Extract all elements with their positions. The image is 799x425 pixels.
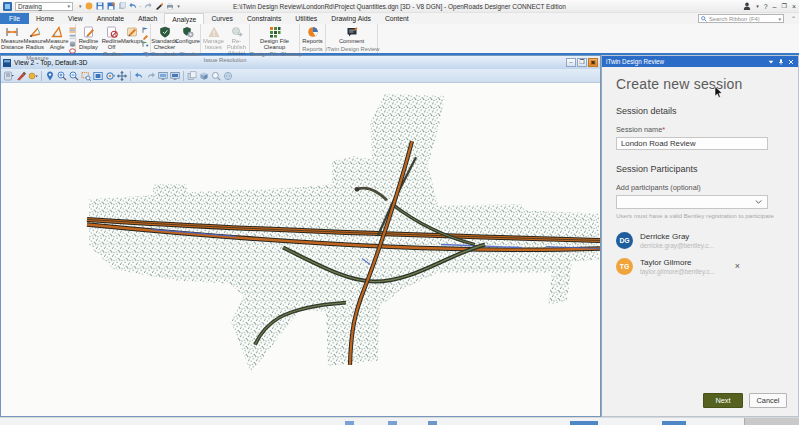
- view-setup-icon[interactable]: [28, 71, 38, 81]
- zoom-out-icon[interactable]: [69, 71, 79, 81]
- print-icon[interactable]: [166, 2, 174, 10]
- view-restore-button[interactable]: ❐: [577, 58, 587, 67]
- remove-participant-icon[interactable]: ×: [735, 262, 740, 271]
- panel-close-icon[interactable]: [788, 59, 794, 65]
- drawing-canvas[interactable]: [1, 83, 600, 416]
- rotate-view-icon[interactable]: [105, 71, 115, 81]
- collapse-ribbon-icon[interactable]: ⌃: [791, 15, 796, 22]
- view-close-button[interactable]: ▣: [588, 58, 598, 67]
- add-participants-dropdown[interactable]: [616, 195, 768, 209]
- navigation-globe-icon[interactable]: [223, 71, 233, 81]
- dialog-launcher-icon[interactable]: [143, 52, 148, 57]
- help-icon[interactable]: ?: [764, 0, 768, 13]
- view-attributes-icon[interactable]: [4, 71, 14, 81]
- close-button[interactable]: ×: [792, 0, 796, 13]
- view-rotate-right-icon[interactable]: [146, 71, 156, 81]
- design-file-cleanup-button[interactable]: Design File Cleanup: [257, 25, 293, 50]
- tab-drawing-aids[interactable]: Drawing Aids: [324, 13, 378, 24]
- minimize-button[interactable]: –: [773, 0, 777, 13]
- measure-distance-icon: [6, 26, 18, 38]
- reports-button[interactable]: Reports: [301, 25, 324, 45]
- next-button[interactable]: Next: [703, 393, 743, 408]
- window-area-icon[interactable]: [81, 71, 91, 81]
- workflow-selector[interactable]: Drawing ▾: [15, 2, 73, 11]
- save-icon[interactable]: [96, 2, 104, 10]
- clip-mask-icon[interactable]: [211, 71, 221, 81]
- measure-radius-icon: [29, 26, 41, 38]
- user-account-icon[interactable]: [743, 2, 751, 10]
- zoom-in-icon[interactable]: [57, 71, 67, 81]
- flag-add-icon[interactable]: [142, 41, 149, 47]
- panel-title-bar[interactable]: iTwin Design Review: [602, 56, 798, 67]
- document-title: E:\iTwin Design Review\LondonRd\Project …: [233, 0, 566, 13]
- ribbon-tab-row: File Home View Annotate Attach Analyze C…: [0, 13, 799, 24]
- comment-button[interactable]: Comment: [339, 25, 365, 45]
- measure-angle-button[interactable]: Measure Angle: [46, 25, 68, 54]
- undo-dropdown-icon[interactable]: -: [140, 3, 142, 9]
- fit-view-icon[interactable]: [93, 71, 103, 81]
- required-marker: *: [662, 125, 665, 134]
- tab-analyze[interactable]: Analyze: [164, 13, 204, 24]
- user-dropdown-icon[interactable]: ▾: [756, 0, 759, 13]
- marker-pen-icon[interactable]: [155, 2, 163, 10]
- status-icon[interactable]: [428, 421, 437, 425]
- redline-off-icon: [106, 26, 118, 38]
- search-dropdown-icon[interactable]: ▾: [778, 16, 781, 22]
- flag-icon[interactable]: [142, 27, 149, 33]
- update-view-icon[interactable]: [45, 71, 55, 81]
- chevron-down-icon: ▾: [67, 3, 70, 9]
- session-name-input[interactable]: [616, 137, 768, 150]
- design-file-cleanup-icon: [269, 26, 281, 38]
- ribbon-group-issue-resolution: Manage Issues Re-Publish iModel Issue Re…: [201, 24, 250, 53]
- view-minimize-button[interactable]: –: [566, 58, 576, 67]
- tab-file[interactable]: File: [0, 13, 29, 24]
- view-next-icon[interactable]: [170, 71, 180, 81]
- display-style-brush-icon[interactable]: [16, 71, 26, 81]
- tab-constraints[interactable]: Constraints: [240, 13, 288, 24]
- group-label-reports: Reports: [300, 45, 325, 53]
- cancel-button[interactable]: Cancel: [749, 393, 787, 408]
- tab-utilities[interactable]: Utilities: [288, 13, 324, 24]
- bentley-connect-icon[interactable]: [85, 2, 93, 10]
- tab-curves[interactable]: Curves: [204, 13, 240, 24]
- restore-button[interactable]: ❐: [782, 0, 787, 13]
- tab-content[interactable]: Content: [378, 13, 416, 24]
- copy-view-icon[interactable]: [187, 71, 197, 81]
- manage-issues-icon: [208, 26, 220, 38]
- republish-imodel-button: Re-Publish iModel: [225, 25, 248, 56]
- status-icon[interactable]: [662, 421, 686, 425]
- reports-pie-icon: [307, 26, 319, 38]
- qat-overflow-icon[interactable]: ▾: [79, 3, 82, 9]
- tab-annotate[interactable]: Annotate: [90, 13, 131, 24]
- redo-icon[interactable]: [144, 2, 152, 10]
- tab-home[interactable]: Home: [29, 13, 61, 24]
- tab-view[interactable]: View: [61, 13, 90, 24]
- undo-icon[interactable]: [129, 2, 137, 10]
- compress-icon[interactable]: [118, 2, 126, 10]
- quick-access-toolbar: ▾ - ▾: [79, 2, 180, 10]
- ribbon: Measure Distance Measure Radius Measure …: [0, 24, 799, 55]
- configure-button[interactable]: Configure: [177, 25, 199, 50]
- pan-view-icon[interactable]: [117, 71, 127, 81]
- title-bar: Drawing ▾ ▾ - ▾ E:\iTwin Design Review\L…: [0, 0, 799, 13]
- status-icon[interactable]: [570, 421, 598, 425]
- participant-row: TG Taylor Gilmore taylor.gilmore@bentley…: [616, 258, 784, 275]
- measure-distance-button[interactable]: Measure Distance: [1, 25, 24, 54]
- markups-button[interactable]: Markups: [123, 25, 141, 50]
- view-rotate-left-icon[interactable]: [134, 71, 144, 81]
- view-previous-icon[interactable]: [158, 71, 168, 81]
- clip-volume-icon[interactable]: [199, 71, 209, 81]
- search-ribbon-input[interactable]: Search Ribbon (F4) ▾: [698, 14, 784, 23]
- status-icon[interactable]: [388, 421, 397, 425]
- redline-pen-icon[interactable]: [142, 34, 149, 40]
- status-icon[interactable]: [345, 421, 354, 425]
- redline-display-button[interactable]: Redline Display: [77, 25, 100, 50]
- panel-pin-icon[interactable]: [778, 59, 784, 65]
- measure-radius-button[interactable]: Measure Radius: [24, 25, 47, 54]
- standards-checker-button[interactable]: Standards Checker: [153, 25, 177, 50]
- tab-attach[interactable]: Attach: [131, 13, 164, 24]
- panel-dropdown-icon[interactable]: [768, 59, 774, 65]
- qat-customize-icon[interactable]: ▾: [177, 3, 180, 9]
- redline-off-button[interactable]: Redline Off: [100, 25, 123, 50]
- save-settings-icon[interactable]: [107, 2, 115, 10]
